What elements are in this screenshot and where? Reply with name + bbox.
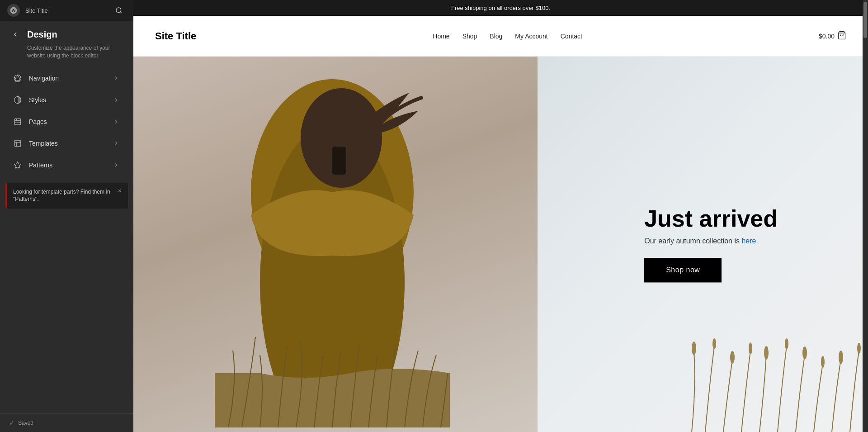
sidebar-item-patterns[interactable]: Patterns [4, 155, 130, 176]
chevron-right-icon-2 [113, 97, 119, 103]
main-preview: Free shipping on all orders over $100. S… [133, 0, 868, 432]
nav-link-myaccount[interactable]: My Account [515, 33, 547, 40]
svg-marker-14 [14, 161, 21, 168]
sidebar-title: Design [27, 29, 57, 40]
patterns-chevron [112, 161, 121, 170]
wordpress-icon: W [9, 6, 18, 14]
site-title: Site Title [155, 30, 196, 42]
svg-point-28 [839, 351, 843, 364]
styles-label: Styles [29, 96, 105, 104]
svg-point-20 [692, 342, 696, 355]
navigation-svg [14, 74, 22, 82]
svg-point-2 [116, 8, 121, 13]
hero-content: Just arrived Our early autumn collection… [644, 206, 778, 282]
sidebar-topbar: W Site Title [0, 0, 133, 21]
cart-icon [837, 31, 846, 41]
search-button[interactable] [112, 3, 126, 18]
notification-text: Looking for template parts? Find them in… [13, 189, 110, 203]
svg-text:W: W [12, 8, 16, 13]
navigation-chevron [112, 74, 121, 83]
sidebar-item-styles[interactable]: Styles [4, 90, 130, 110]
templates-label: Templates [29, 140, 105, 147]
pages-chevron [112, 117, 121, 126]
hero-section: Just arrived Our early autumn collection… [133, 57, 868, 432]
sidebar-item-templates[interactable]: Templates [4, 133, 130, 154]
hero-title: Just arrived [644, 206, 778, 232]
svg-point-23 [749, 342, 752, 354]
cart-amount: $0.00 [819, 33, 835, 40]
svg-point-29 [857, 343, 861, 354]
nav-link-shop[interactable]: Shop [462, 33, 477, 40]
scrollbar-track[interactable] [863, 0, 868, 432]
nav-link-blog[interactable]: Blog [490, 33, 502, 40]
navigation-icon [13, 73, 23, 83]
patterns-svg [14, 161, 22, 169]
notification-box: Looking for template parts? Find them in… [5, 183, 128, 209]
site-header: Site Title Home Shop Blog My Account Con… [133, 16, 868, 57]
sidebar-navigation: Navigation Styles [0, 67, 133, 413]
svg-rect-19 [332, 147, 346, 174]
svg-point-26 [802, 347, 807, 359]
wp-logo: W [7, 4, 20, 17]
sidebar-top-title: Site Title [25, 7, 106, 14]
nav-link-contact[interactable]: Contact [561, 33, 582, 40]
sidebar: W Site Title Design Customize the appear… [0, 0, 133, 432]
pages-icon [13, 117, 23, 127]
sidebar-item-navigation[interactable]: Navigation [4, 68, 130, 89]
hero-subtitle-link[interactable]: here. [741, 237, 758, 245]
chevron-right-icon [113, 75, 119, 81]
svg-line-3 [120, 12, 122, 13]
chevron-right-icon-4 [113, 140, 119, 147]
patterns-icon [13, 160, 23, 170]
announcement-bar: Free shipping on all orders over $100. [133, 0, 868, 16]
shop-now-button[interactable]: Shop now [644, 258, 722, 283]
svg-point-24 [764, 346, 769, 360]
svg-rect-11 [14, 140, 21, 147]
back-button[interactable] [9, 28, 22, 41]
site-preview: Free shipping on all orders over $100. S… [133, 0, 868, 432]
cart-area[interactable]: $0.00 [819, 31, 846, 41]
sidebar-item-pages[interactable]: Pages [4, 111, 130, 132]
notification-close-button[interactable]: × [115, 186, 124, 195]
hero-subtitle: Our early autumn collection is here. [644, 237, 778, 246]
svg-point-22 [730, 351, 735, 364]
chevron-right-icon-3 [113, 119, 119, 125]
scrollbar-thumb[interactable] [863, 2, 867, 38]
patterns-label: Patterns [29, 161, 105, 169]
templates-chevron [112, 139, 121, 148]
templates-svg [14, 139, 22, 147]
sidebar-subtitle: Customize the appearance of your website… [0, 44, 133, 67]
svg-rect-7 [14, 119, 21, 125]
templates-icon [13, 138, 23, 148]
pages-label: Pages [29, 118, 105, 125]
saved-checkmark: ✓ [9, 419, 14, 427]
sidebar-footer: ✓ Saved [0, 413, 133, 432]
back-icon [12, 31, 19, 38]
navigation-label: Navigation [29, 75, 105, 82]
close-icon: × [118, 187, 122, 194]
svg-point-21 [712, 338, 716, 349]
nav-link-home[interactable]: Home [433, 33, 449, 40]
svg-point-25 [785, 338, 788, 349]
svg-point-27 [821, 356, 825, 368]
sidebar-header: Design [0, 21, 133, 44]
hero-person-svg [215, 57, 450, 427]
hero-subtitle-text: Our early autumn collection is [644, 237, 741, 245]
styles-icon [13, 95, 23, 105]
site-nav: Home Shop Blog My Account Contact [433, 33, 582, 40]
saved-label: Saved [18, 420, 33, 426]
styles-chevron [112, 95, 121, 104]
pages-svg [14, 118, 22, 126]
announcement-text: Free shipping on all orders over $100. [451, 5, 550, 11]
styles-svg [14, 96, 22, 104]
chevron-right-icon-5 [113, 162, 119, 168]
hero-person-area [215, 57, 450, 432]
search-icon [115, 7, 123, 14]
